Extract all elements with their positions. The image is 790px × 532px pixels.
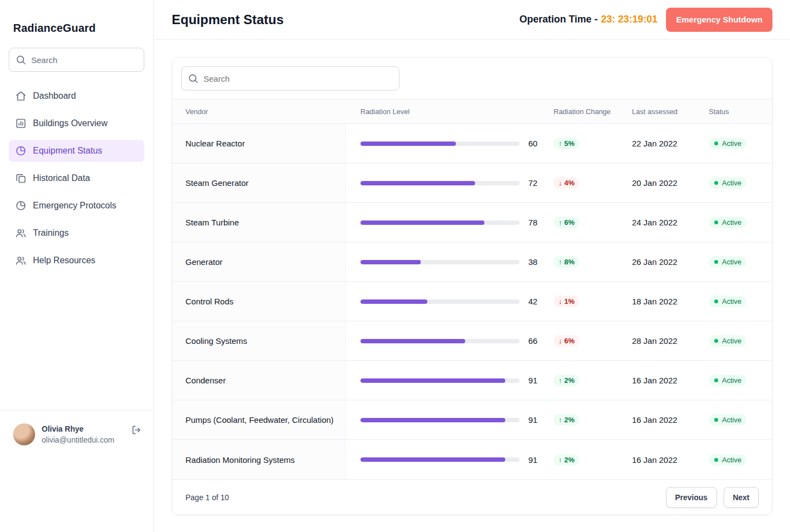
status-label: Active: [722, 416, 741, 424]
radiation-level-bar: [360, 457, 520, 462]
sidebar-item-trainings[interactable]: Trainings: [9, 222, 144, 244]
arrow-down-icon: ↓: [558, 179, 562, 187]
table-row: Pumps (Coolant, Feedwater, Circulation)9…: [172, 400, 772, 440]
radiation-change-cell: ↓1%: [554, 296, 632, 307]
radiation-level-cell: 66: [346, 336, 554, 346]
status-dot-icon: [714, 260, 718, 264]
sidebar-item-equipment-status[interactable]: Equipment Status: [9, 140, 144, 162]
column-header-vendor: Vendor: [172, 107, 346, 116]
vendor-cell: Generator: [172, 242, 346, 281]
radiation-level-bar-fill: [360, 181, 475, 185]
users-icon: [15, 255, 26, 266]
previous-page-button[interactable]: Previous: [666, 487, 717, 508]
status-dot-icon: [714, 142, 718, 145]
topbar-right: Operation Time -23: 23:19:01 Emergency S…: [520, 8, 772, 32]
radiation-level-cell: 91: [346, 455, 554, 465]
equipment-table-card: Vendor Radiation Level Radiation Change …: [172, 57, 772, 515]
status-label: Active: [722, 376, 741, 384]
sidebar-item-dashboard[interactable]: Dashboard: [9, 85, 144, 107]
status-cell: Active: [709, 414, 772, 426]
status-label: Active: [722, 297, 741, 305]
user-name: Olivia Rhye: [42, 423, 115, 434]
radiation-change-badge: ↑2%: [554, 454, 579, 466]
sidebar-search-input[interactable]: [9, 48, 144, 72]
radiation-level-bar: [360, 260, 520, 264]
radiation-level-bar-fill: [360, 378, 505, 383]
vendor-cell: Radiation Monitoring Systems: [172, 440, 346, 479]
radiation-level-bar: [360, 299, 520, 304]
sidebar-item-label: Buildings Overview: [33, 118, 108, 128]
sidebar-item-label: Emergency Protocols: [33, 201, 116, 211]
status-badge: Active: [709, 217, 747, 228]
radiation-change-value: 8%: [565, 258, 575, 266]
column-header-radiation-level: Radiation Level: [346, 107, 554, 116]
emergency-shutdown-button[interactable]: Emergency Shutdown: [666, 8, 772, 32]
bar-chart-icon: [15, 118, 26, 129]
last-assessed-cell: 28 Jan 2022: [632, 336, 709, 346]
table-row: Nuclear Reactor60↑5%22 Jan 2022Active: [172, 124, 772, 163]
radiation-change-value: 4%: [565, 179, 575, 187]
status-badge: Active: [709, 177, 747, 189]
radiation-level-bar-fill: [360, 220, 484, 225]
radiation-level-bar-fill: [360, 142, 456, 146]
radiation-change-cell: ↑2%: [554, 414, 632, 426]
search-icon: [15, 54, 26, 67]
radiation-change-value: 6%: [565, 218, 575, 227]
operation-time-value: 23: 23:19:01: [601, 14, 657, 25]
arrow-up-icon: ↑: [558, 416, 562, 424]
table-body: Nuclear Reactor60↑5%22 Jan 2022ActiveSte…: [172, 124, 772, 479]
radiation-change-value: 2%: [565, 376, 575, 384]
radiation-level-value: 38: [528, 257, 538, 267]
status-badge: Active: [709, 138, 747, 149]
sidebar-item-label: Dashboard: [33, 91, 76, 101]
status-dot-icon: [714, 181, 718, 185]
pie-chart-icon: [15, 145, 26, 156]
radiation-change-badge: ↑2%: [554, 375, 579, 386]
next-page-button[interactable]: Next: [724, 487, 759, 508]
table-row: Control Rods42↓1%18 Jan 2022Active: [172, 282, 772, 321]
sidebar-item-historical-data[interactable]: Historical Data: [9, 167, 144, 189]
vendor-cell: Condenser: [172, 361, 346, 400]
logout-button[interactable]: [131, 425, 142, 437]
sidebar-item-label: Equipment Status: [33, 146, 102, 156]
table-search-input[interactable]: [181, 66, 399, 90]
status-label: Active: [722, 218, 741, 227]
sidebar-item-emergency-protocols[interactable]: Emergency Protocols: [9, 195, 144, 217]
arrow-up-icon: ↑: [558, 456, 562, 464]
arrow-up-icon: ↑: [558, 376, 562, 384]
radiation-change-cell: ↑2%: [554, 375, 632, 386]
vendor-cell: Control Rods: [172, 282, 346, 321]
radiation-level-bar-fill: [360, 260, 421, 264]
radiation-level-bar-fill: [360, 339, 465, 343]
radiation-change-cell: ↑8%: [554, 256, 632, 268]
table-row: Steam Generator72↓4%20 Jan 2022Active: [172, 163, 772, 203]
vendor-cell: Cooling Systems: [172, 321, 346, 360]
radiation-level-value: 91: [528, 376, 538, 385]
radiation-change-badge: ↑8%: [554, 256, 579, 268]
status-dot-icon: [714, 299, 718, 303]
user-email: olivia@untitledui.com: [42, 434, 115, 445]
page-indicator: Page 1 of 10: [185, 493, 229, 502]
radiation-change-badge: ↓6%: [554, 335, 579, 347]
status-badge: Active: [709, 256, 747, 268]
operation-time: Operation Time -23: 23:19:01: [520, 14, 658, 25]
status-cell: Active: [709, 296, 772, 307]
sidebar-item-help-resources[interactable]: Help Resources: [9, 250, 144, 271]
radiation-change-cell: ↑6%: [554, 217, 632, 228]
status-dot-icon: [714, 339, 718, 343]
radiation-level-cell: 72: [346, 178, 554, 188]
sidebar-item-label: Trainings: [33, 228, 69, 238]
column-header-status: Status: [709, 107, 772, 116]
radiation-level-value: 60: [528, 139, 538, 148]
logout-icon: [131, 429, 142, 437]
radiation-change-badge: ↑6%: [554, 217, 579, 228]
arrow-up-icon: ↑: [558, 139, 562, 148]
radiation-level-value: 91: [528, 415, 538, 425]
radiation-change-badge: ↓1%: [554, 296, 579, 307]
sidebar-item-buildings-overview[interactable]: Buildings Overview: [9, 112, 144, 134]
radiation-level-bar-fill: [360, 418, 505, 422]
last-assessed-cell: 26 Jan 2022: [632, 257, 709, 267]
radiation-level-bar-fill: [360, 299, 427, 304]
status-cell: Active: [709, 177, 772, 189]
sidebar-item-label: Help Resources: [33, 256, 95, 265]
